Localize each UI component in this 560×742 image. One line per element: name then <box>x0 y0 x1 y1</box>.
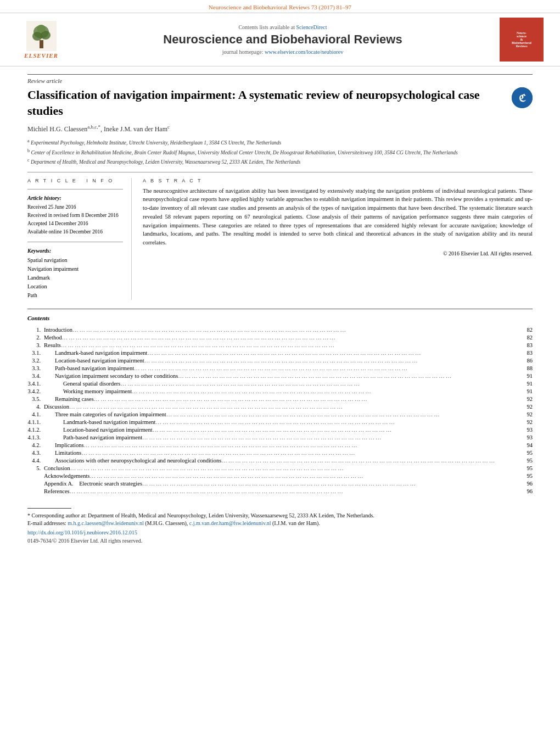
toc-row: 3.2. Location-based navigation impairmen… <box>27 356 533 364</box>
toc-num: 3.4.1. <box>27 380 44 387</box>
toc-num: 4.2. <box>27 441 44 449</box>
toc-row: 3.5. Remaining cases……………………………………………………… <box>27 395 533 403</box>
journal-homepage-link[interactable]: www.elsevier.com/locate/neubiorev <box>265 49 343 55</box>
footer-doi: http://dx.doi.org/10.1016/j.neubiorev.20… <box>27 529 533 535</box>
divider-info <box>27 189 123 189</box>
article-history-items: Received 25 June 2016 Received in revise… <box>27 203 123 237</box>
toc-row: 3.4.1. General spatial disorders……………………… <box>27 380 533 387</box>
doi-link[interactable]: http://dx.doi.org/10.1016/j.neubiorev.20… <box>27 529 137 535</box>
toc-page: 96 <box>523 487 533 495</box>
toc-page: 88 <box>523 364 533 372</box>
toc-label: Remaining cases…………………………………………………………………… <box>44 395 523 403</box>
elsevier-brand-text: ELSEVIER <box>24 52 58 59</box>
abstract-header: A B S T R A C T <box>143 178 533 183</box>
toc-page: 83 <box>523 349 533 356</box>
contents-title: Contents <box>27 315 533 321</box>
divider-keywords <box>27 242 123 242</box>
toc-label: Location-based navigation impairment…………… <box>44 426 523 433</box>
keyword-navigation-impairment: Navigation impairment <box>27 265 123 274</box>
toc-row: 4.4. Associations with other neuropsycho… <box>27 456 533 464</box>
toc-page: 91 <box>523 372 533 380</box>
toc-label: General spatial disorders………………………………………… <box>44 380 523 387</box>
toc-page: 82 <box>523 326 533 333</box>
toc-label: Three main categories of navigation impa… <box>44 410 523 418</box>
article-history-label: Article history: <box>27 195 123 201</box>
toc-label: Landmark-based navigation impairment…………… <box>44 418 523 426</box>
article-info-header: A R T I C L E I N F O <box>27 178 123 183</box>
toc-row: 3.4. Navigation impairment secondary to … <box>27 372 533 380</box>
sciencedirect-link[interactable]: ScienceDirect <box>296 24 327 30</box>
toc-page: 91 <box>523 380 533 387</box>
email-addresses: E-mail addresses: m.h.g.c.laessen@fsw.le… <box>27 520 533 527</box>
journal-logo-right: Neuro-science&BiobehavioralReviews <box>500 18 544 62</box>
elsevier-logo: ELSEVIER <box>16 21 66 59</box>
corresponding-author-note: * Corresponding author at: Department of… <box>27 512 533 520</box>
toc-row: 4.1.3. Path-based navigation impairment…… <box>27 433 533 441</box>
keyword-location: Location <box>27 282 123 291</box>
toc-num: 4.1.1. <box>27 418 44 426</box>
history-item-accepted: Accepted 14 December 2016 <box>27 220 123 228</box>
toc-num: 3.1. <box>27 349 44 356</box>
svg-rect-4 <box>40 40 43 48</box>
toc-num: 3.2. <box>27 356 44 364</box>
keywords-header: Keywords: <box>27 248 123 254</box>
toc-num <box>27 479 44 487</box>
toc-row: 2. Method…………………………………………………………………………………… <box>27 333 533 341</box>
toc-num: 3.4. <box>27 372 44 380</box>
toc-row: 3.4.2. Working memory impairment……………………… <box>27 387 533 395</box>
toc-label: Landmark-based navigation impairment…………… <box>44 349 523 356</box>
journal-citation-link[interactable]: Neuroscience and Biobehavioral Reviews 7… <box>209 4 351 10</box>
sciencedirect-line: Contents lists available at ScienceDirec… <box>66 24 500 30</box>
journal-top-bar: Neuroscience and Biobehavioral Reviews 7… <box>0 0 560 13</box>
crossmark-icon[interactable]: ℭ <box>512 87 533 108</box>
toc-num: 3.5. <box>27 395 44 403</box>
toc-num <box>27 472 44 479</box>
toc-label: Location-based navigation impairment…………… <box>44 356 523 364</box>
toc-label: Path-based navigation impairment……………………… <box>44 364 523 372</box>
authors: Michiel H.G. Claessena,b,c,*, Ineke J.M.… <box>27 124 533 133</box>
toc-num: 4.1.3. <box>27 433 44 441</box>
toc-num <box>27 487 44 495</box>
toc-num: 4.1. <box>27 410 44 418</box>
toc-row: 3. Results………………………………………………………………………………… <box>27 341 533 349</box>
toc-num: 5. <box>27 464 44 472</box>
article-info-column: A R T I C L E I N F O Article history: R… <box>27 178 132 300</box>
abstract-copyright: © 2016 Elsevier Ltd. All rights reserved… <box>143 250 533 256</box>
toc-label: Method…………………………………………………………………………………………… <box>44 333 523 341</box>
keyword-path: Path <box>27 291 123 300</box>
toc-row: Appendix A. Electronic search strategies… <box>27 479 533 487</box>
journal-homepage: journal homepage: www.elsevier.com/locat… <box>66 49 500 55</box>
toc-row: 1. Introduction…………………………………………………………………… <box>27 326 533 333</box>
toc-label: Implications…………………………………………………………………………… <box>44 441 523 449</box>
toc-num: 4.4. <box>27 456 44 464</box>
page: Neuroscience and Biobehavioral Reviews 7… <box>0 0 560 742</box>
keywords-list: Spatial navigation Navigation impairment… <box>27 256 123 300</box>
toc-page: 92 <box>523 395 533 403</box>
toc-label: Results………………………………………………………………………………………… <box>44 341 523 349</box>
toc-page: 92 <box>523 410 533 418</box>
toc-page: 95 <box>523 472 533 479</box>
toc-table: 1. Introduction…………………………………………………………………… <box>27 326 533 495</box>
toc-page: 82 <box>523 333 533 341</box>
article-title-row: Classification of navigation impairment:… <box>27 87 533 119</box>
footer-issn: 0149-7634/© 2016 Elsevier Ltd. All right… <box>27 538 533 544</box>
contents-section: Contents 1. Introduction…………………………………………… <box>27 309 533 495</box>
email2-link[interactable]: c.j.m.van.der.ham@fsw.leidenuniv.nl <box>189 520 271 526</box>
toc-label: Navigation impairment secondary to other… <box>44 372 523 380</box>
toc-label: Discussion………………………………………………………………………………… <box>44 403 523 410</box>
footer-divider <box>27 508 71 509</box>
email1-link[interactable]: m.h.g.c.laessen@fsw.leidenuniv.nl <box>68 520 143 526</box>
divider <box>27 172 533 172</box>
journal-title: Neuroscience and Biobehavioral Reviews <box>66 32 500 47</box>
toc-page: 94 <box>523 441 533 449</box>
toc-row: References………………………………………………………………………………… <box>27 487 533 495</box>
abstract-column: A B S T R A C T The neurocognitive archi… <box>143 178 533 300</box>
history-item-revised: Received in revised form 8 December 2016 <box>27 211 123 220</box>
toc-num: 3. <box>27 341 44 349</box>
toc-num: 4. <box>27 403 44 410</box>
toc-row: 4.1. Three main categories of navigation… <box>27 410 533 418</box>
toc-page: 92 <box>523 418 533 426</box>
toc-page: 95 <box>523 456 533 464</box>
toc-num: 4.1.2. <box>27 426 44 433</box>
logo-text: Neuro-science&BiobehavioralReviews <box>512 31 531 48</box>
